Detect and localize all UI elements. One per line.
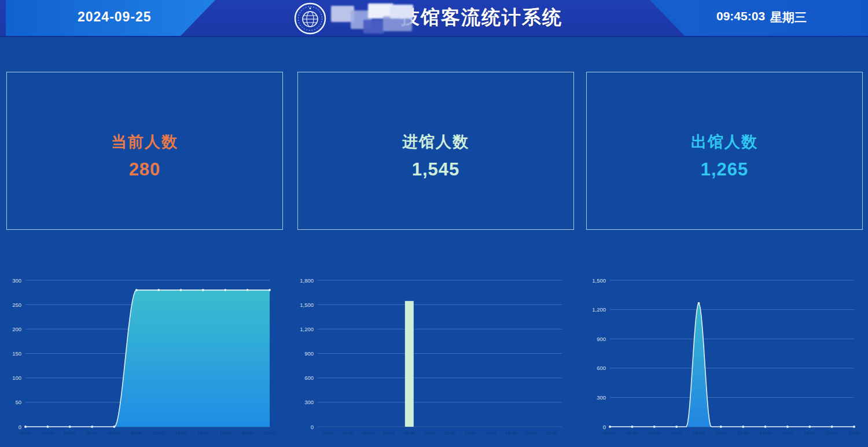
svg-text:20:00: 20:00: [525, 430, 538, 435]
stat-label: 进馆人数: [402, 131, 469, 152]
clock: 09:45:03 星期三: [716, 9, 807, 25]
svg-text:12:00: 12:00: [444, 430, 457, 435]
svg-text:12:00: 12:00: [737, 430, 749, 435]
svg-text:1,200: 1,200: [300, 326, 314, 332]
svg-text:14:00: 14:00: [465, 430, 477, 435]
svg-text:06:00: 06:00: [383, 430, 395, 435]
svg-text:18:00: 18:00: [804, 430, 816, 435]
svg-text:600: 600: [304, 375, 314, 381]
svg-text:250: 250: [12, 302, 21, 308]
entries-bar-chart: 03006009001,2001,5001,80000:0002:0004:00…: [297, 272, 575, 446]
svg-text:14:00: 14:00: [175, 430, 187, 435]
svg-text:10:00: 10:00: [715, 430, 727, 435]
svg-text:00:00: 00:00: [20, 430, 32, 435]
svg-text:100: 100: [12, 375, 21, 381]
globe-emblem-icon: [294, 2, 326, 35]
current-date: 2024-09-25: [78, 9, 152, 25]
svg-text:04:00: 04:00: [363, 430, 375, 435]
stat-card-entries: 进馆人数 1,545: [297, 72, 574, 230]
svg-text:22:00: 22:00: [264, 430, 276, 435]
svg-text:08:00: 08:00: [693, 430, 705, 435]
svg-text:1,800: 1,800: [300, 277, 314, 284]
svg-text:06:00: 06:00: [671, 430, 683, 435]
svg-text:16:00: 16:00: [485, 430, 497, 435]
censor-block: [363, 20, 384, 34]
svg-text:22:00: 22:00: [848, 430, 860, 435]
svg-text:00:00: 00:00: [322, 430, 334, 435]
svg-text:0: 0: [311, 424, 314, 430]
visitor-stats-dashboard: 2024-09-25 技馆客流统计系统 09:45:03 星期三 当前人数: [0, 0, 868, 447]
svg-text:1,500: 1,500: [592, 277, 606, 284]
occupancy-trend-area-chart: 05010015020025030000:0002:0004:0006:0008…: [5, 272, 282, 446]
svg-text:900: 900: [304, 350, 314, 357]
svg-text:1,200: 1,200: [592, 306, 606, 313]
svg-text:16:00: 16:00: [197, 430, 209, 435]
svg-text:0: 0: [603, 424, 606, 430]
svg-text:00:00: 00:00: [604, 430, 616, 435]
svg-text:300: 300: [12, 277, 21, 284]
svg-text:900: 900: [597, 336, 606, 342]
svg-text:08:00: 08:00: [403, 430, 415, 435]
svg-text:02:00: 02:00: [343, 430, 355, 435]
svg-text:02:00: 02:00: [626, 430, 638, 435]
censor-block: [390, 5, 413, 19]
current-weekday: 星期三: [770, 9, 807, 25]
censor-mosaic: [330, 2, 417, 35]
svg-text:20:00: 20:00: [242, 430, 254, 435]
svg-text:300: 300: [597, 394, 606, 401]
svg-text:18:00: 18:00: [219, 430, 231, 435]
svg-text:02:00: 02:00: [42, 430, 54, 435]
svg-text:18:00: 18:00: [505, 430, 517, 435]
svg-text:14:00: 14:00: [759, 430, 771, 435]
svg-text:50: 50: [15, 399, 21, 405]
stat-card-exits: 出馆人数 1,265: [586, 72, 863, 230]
current-time: 09:45:03: [716, 9, 765, 25]
svg-text:20:00: 20:00: [826, 430, 838, 435]
svg-text:300: 300: [304, 399, 314, 405]
svg-text:10:00: 10:00: [424, 430, 436, 435]
stat-card-current-occupancy: 当前人数 280: [6, 72, 283, 230]
stat-value: 1,545: [412, 159, 460, 180]
svg-text:12:00: 12:00: [153, 430, 165, 435]
svg-text:600: 600: [597, 365, 606, 371]
stat-label: 当前人数: [111, 131, 178, 152]
svg-text:04:00: 04:00: [64, 430, 76, 435]
stat-label: 出馆人数: [691, 131, 758, 152]
svg-text:06:00: 06:00: [86, 430, 98, 435]
svg-text:08:00: 08:00: [108, 430, 120, 435]
svg-text:1,500: 1,500: [300, 302, 314, 308]
svg-text:0: 0: [19, 424, 21, 430]
svg-text:04:00: 04:00: [649, 430, 661, 435]
header-bar: 2024-09-25 技馆客流统计系统 09:45:03 星期三: [0, 0, 868, 37]
svg-text:150: 150: [12, 350, 21, 357]
stat-value: 1,265: [701, 159, 749, 180]
exits-spike-area-chart: 03006009001,2001,50000:0002:0004:0006:00…: [589, 272, 867, 446]
svg-text:10:00: 10:00: [131, 430, 143, 435]
page-title: 技馆客流统计系统: [400, 5, 562, 31]
stat-value: 280: [129, 159, 161, 180]
svg-text:200: 200: [12, 326, 21, 332]
svg-text:16:00: 16:00: [782, 430, 794, 435]
svg-text:22:00: 22:00: [546, 430, 558, 435]
